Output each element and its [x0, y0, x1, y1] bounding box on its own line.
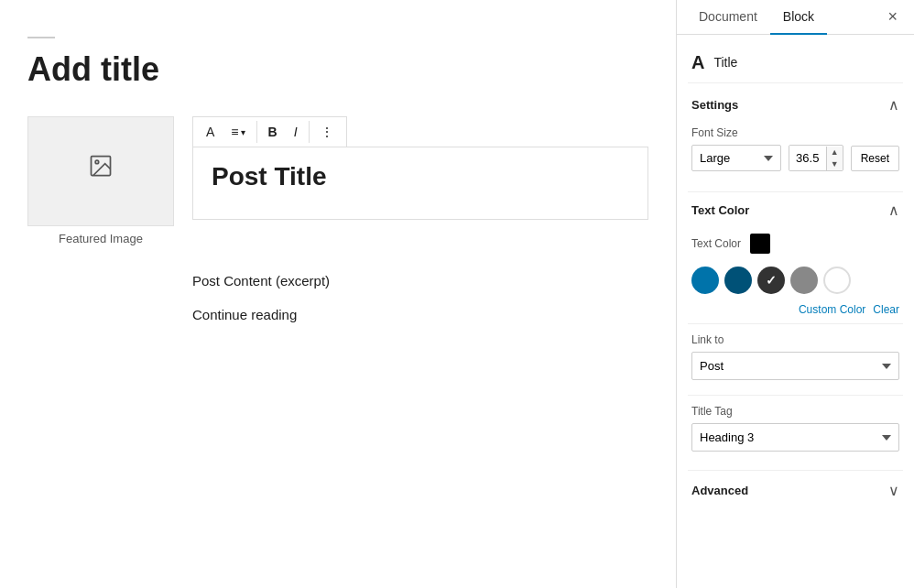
toolbar-divider-2	[309, 121, 310, 143]
featured-image-block: Featured Image	[27, 116, 174, 245]
post-title-block: A ≡ ▾ B I ⋮ Post Title	[192, 116, 648, 245]
color-swatch-dark-gray[interactable]: ✓	[757, 267, 785, 294]
link-to-section: Link to Post None Custom URL Attachment …	[688, 323, 903, 395]
post-block-container: Featured Image A ≡ ▾ B I ⋮ Post Title	[27, 116, 648, 245]
featured-image-label: Featured Image	[27, 232, 174, 245]
color-swatch-gray[interactable]	[790, 267, 818, 294]
toolbar-divider	[256, 121, 257, 143]
post-content-area: Post Content (excerpt) Continue reading	[27, 273, 648, 322]
font-size-spinners: ▲ ▼	[826, 147, 843, 170]
editor-area: Add title Featured Image A ≡	[0, 0, 676, 588]
text-color-row: Text Color	[688, 228, 903, 263]
current-text-color-swatch[interactable]	[750, 234, 770, 254]
block-type-icon: A	[691, 53, 704, 71]
block-type-row: A Title	[688, 46, 903, 83]
title-area: Add title	[27, 18, 648, 89]
reset-font-size-button[interactable]: Reset	[851, 146, 899, 171]
font-size-value-input[interactable]: 36.5	[789, 146, 826, 170]
featured-image-placeholder[interactable]	[27, 116, 174, 226]
svg-point-1	[95, 160, 99, 164]
font-size-select[interactable]: Large Small Medium Large Huge	[691, 145, 781, 171]
text-color-section-header[interactable]: Text Color ∧	[688, 192, 903, 228]
title-line-decorator	[27, 37, 55, 38]
color-swatch-dark-blue[interactable]	[724, 267, 752, 294]
post-title-editor[interactable]: Post Title	[192, 147, 648, 220]
title-tag-select[interactable]: Heading 1 Heading 2 Heading 3 Heading 4 …	[691, 423, 899, 452]
block-type-label: Title	[713, 55, 737, 70]
settings-chevron-icon: ∧	[888, 96, 899, 114]
sidebar: Document Block × A Title Settings ∧ Font…	[676, 0, 914, 588]
block-panel-content: A Title Settings ∧ Font Size Large Small…	[677, 35, 914, 521]
color-swatch-blue[interactable]	[691, 267, 719, 294]
text-color-section-title: Text Color	[691, 203, 749, 217]
bold-button[interactable]: B	[261, 121, 285, 143]
advanced-chevron-icon: ∨	[888, 482, 899, 499]
link-to-label: Link to	[691, 333, 899, 346]
align-button[interactable]: ≡ ▾	[223, 121, 252, 143]
tab-document[interactable]: Document	[686, 0, 770, 35]
link-to-select[interactable]: Post None Custom URL Attachment Page	[691, 352, 899, 380]
font-size-label: Font Size	[691, 126, 899, 139]
font-size-number-input: 36.5 ▲ ▼	[789, 145, 843, 171]
custom-color-row: Custom Color Clear	[688, 301, 903, 323]
title-tag-label: Title Tag	[691, 405, 899, 418]
image-icon	[88, 153, 114, 184]
italic-button[interactable]: I	[287, 121, 305, 143]
close-sidebar-button[interactable]: ×	[880, 4, 905, 30]
more-options-button[interactable]: ⋮	[313, 121, 341, 143]
post-title-text: Post Title	[212, 162, 629, 191]
color-swatches-row: ✓	[688, 263, 903, 301]
post-content-text: Post Content (excerpt)	[192, 273, 648, 289]
advanced-section: Advanced ∨	[688, 470, 903, 510]
font-size-row: Large Small Medium Large Huge 36.5 ▲ ▼ R…	[691, 145, 899, 171]
settings-section-content: Font Size Large Small Medium Large Huge …	[688, 123, 903, 191]
sidebar-tabs: Document Block ×	[677, 0, 914, 35]
settings-section-title: Settings	[691, 98, 738, 112]
settings-section-header[interactable]: Settings ∧	[688, 87, 903, 123]
tab-block[interactable]: Block	[770, 0, 827, 35]
color-swatch-white[interactable]	[823, 267, 851, 294]
title-tag-section: Title Tag Heading 1 Heading 2 Heading 3 …	[688, 395, 903, 466]
text-color-label: Text Color	[691, 237, 741, 250]
swatch-check-icon: ✓	[766, 273, 777, 288]
continue-reading-link: Continue reading	[192, 307, 648, 322]
font-size-increment-button[interactable]: ▲	[827, 147, 843, 158]
text-format-button[interactable]: A	[199, 121, 222, 143]
text-color-chevron-icon: ∧	[888, 201, 899, 219]
font-size-decrement-button[interactable]: ▼	[827, 158, 843, 170]
custom-color-link[interactable]: Custom Color	[799, 303, 865, 316]
text-color-section: Text Color ∧ Text Color ✓ Custom Color C…	[688, 191, 903, 323]
advanced-title: Advanced	[691, 484, 748, 497]
block-toolbar: A ≡ ▾ B I ⋮	[192, 116, 347, 147]
clear-color-button[interactable]: Clear	[873, 303, 899, 316]
advanced-section-header[interactable]: Advanced ∨	[688, 471, 903, 510]
add-title-placeholder[interactable]: Add title	[27, 49, 648, 89]
